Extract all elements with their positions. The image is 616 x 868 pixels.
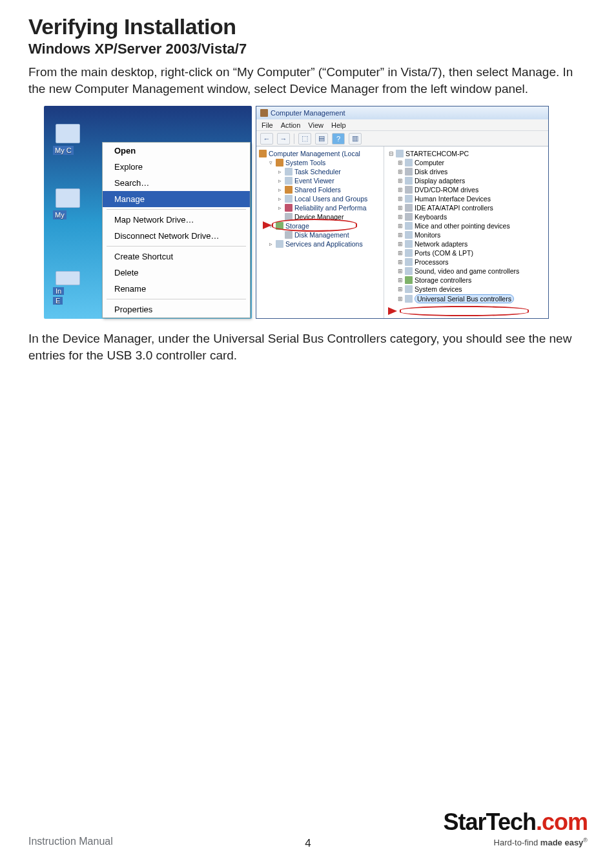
disk-icon [405,168,413,176]
computer-management-window: Computer Management File Action View Hel… [256,106,549,319]
device-monitors[interactable]: ⊞Monitors [388,230,546,239]
tree-local-users[interactable]: ▹Local Users and Groups [259,194,384,203]
ide-icon [405,204,413,212]
logo-registered-mark: ® [583,837,588,843]
device-mice[interactable]: ⊞Mice and other pointing devices [388,221,546,230]
ports-icon [405,249,413,257]
context-menu-delete[interactable]: Delete [103,265,250,281]
tree-event-viewer[interactable]: ▹Event Viewer [259,176,384,185]
storage-ctl-icon [405,276,413,284]
menu-bar: File Action View Help [256,119,548,131]
menu-help[interactable]: Help [331,121,346,129]
device-usb-controllers[interactable]: ⊞Universal Serial Bus controllers [388,294,546,304]
my-computer-label: My C [53,146,74,155]
context-menu-disconnect-drive[interactable]: Disconnect Network Drive… [103,228,250,244]
device-dvd-cd[interactable]: ⊞DVD/CD-ROM drives [388,185,546,194]
task-scheduler-icon [285,168,293,176]
device-ports[interactable]: ⊞Ports (COM & LPT) [388,248,546,257]
services-icon [276,240,283,248]
device-keyboards[interactable]: ⊞Keyboards [388,212,546,221]
my-network-places-icon[interactable] [56,188,80,208]
device-manager-highlight-arrow [263,221,272,229]
context-menu-search[interactable]: Search… [103,175,250,191]
event-viewer-icon [285,177,293,185]
device-display-adapters[interactable]: ⊞Display adapters [388,176,546,185]
mouse-icon [405,222,413,230]
toolbar-forward-button[interactable]: → [277,133,290,145]
processor-icon [405,258,413,266]
tree-task-scheduler[interactable]: ▹Task Scheduler [259,167,384,176]
toolbar-up-button[interactable]: ⬚ [298,133,311,145]
menu-view[interactable]: View [308,121,323,129]
logo-tagline-b: made easy [540,838,584,847]
device-hid[interactable]: ⊞Human Interface Devices [388,194,546,203]
toolbar-back-button[interactable]: ← [260,133,273,145]
logo-text-suffix: .com [536,809,588,835]
usb-controllers-highlight-circle [400,306,529,316]
context-menu-open[interactable]: Open [103,143,250,159]
device-ide[interactable]: ⊞IDE ATA/ATAPI controllers [388,203,546,212]
sound-icon [405,267,413,275]
device-tree-pane: ⊟STARTECHCOM-PC ⊞Computer ⊞Disk drives ⊞… [384,146,548,318]
tree-services[interactable]: ▹Services and Applications [259,239,384,248]
disk-management-icon [285,231,293,239]
internet-explorer-icon[interactable] [56,271,80,285]
navigation-tree-pane: Computer Management (Local ▿System Tools… [256,146,384,318]
menu-action[interactable]: Action [281,121,301,129]
context-menu-properties[interactable]: Properties [103,301,250,318]
tree-disk-management[interactable]: Disk Management [259,230,384,239]
device-computer[interactable]: ⊞Computer [388,158,546,167]
context-menu-rename[interactable]: Rename [103,281,250,297]
context-menu-manage[interactable]: Manage [103,191,250,207]
usb-icon [405,295,413,303]
context-menu-separator [107,209,246,210]
hid-icon [405,195,413,203]
computer-icon [396,150,404,157]
usb-controllers-highlight-arrow [388,307,397,315]
context-menu: Open Explore Search… Manage Map Network … [102,142,251,318]
reliability-icon [285,204,293,212]
device-system-devices[interactable]: ⊞System devices [388,285,546,294]
computer-management-icon [259,150,267,157]
intro-paragraph: From the main desktop, right-click on “M… [28,64,588,97]
context-menu-explore[interactable]: Explore [103,159,250,175]
toolbar: ← → ⬚ ▤ ? ▥ [256,131,548,146]
toolbar-help-button[interactable]: ? [332,133,345,145]
device-storage-controllers[interactable]: ⊞Storage controllers [388,276,546,285]
logo-tagline-a: Hard-to-find [494,838,540,847]
tree-shared-folders[interactable]: ▹Shared Folders [259,185,384,194]
tree-system-tools[interactable]: ▿System Tools [259,158,384,167]
device-disk-drives[interactable]: ⊞Disk drives [388,167,546,176]
my-computer-icon[interactable] [56,124,80,143]
tree-reliability[interactable]: ▹Reliability and Performa [259,203,384,212]
page-title: Verifying Installation [28,14,588,39]
my-network-places-label: My [53,210,67,219]
system-tools-icon [276,159,283,167]
context-menu-create-shortcut[interactable]: Create Shortcut [103,248,250,265]
context-menu-separator [107,246,246,247]
device-processors[interactable]: ⊞Processors [388,257,546,267]
toolbar-separator [294,134,294,144]
my-computer-context-menu-figure: My C My In E Open Explore Search… Manage… [44,106,252,319]
logo-text-main: StarTech [444,809,536,835]
system-dev-icon [405,285,413,293]
menu-file[interactable]: File [262,121,273,129]
device-root[interactable]: ⊟STARTECHCOM-PC [388,149,546,158]
ie-label-1: In [53,287,64,295]
context-menu-separator [107,299,246,299]
context-menu-map-drive[interactable]: Map Network Drive… [103,212,250,228]
toolbar-more-button[interactable]: ▥ [349,133,362,145]
window-title-text: Computer Management [271,109,345,117]
dvd-icon [405,186,413,194]
network-icon [405,240,413,248]
shared-folders-icon [285,186,293,194]
device-sound[interactable]: ⊞Sound, video and game controllers [388,267,546,276]
toolbar-properties-button[interactable]: ▤ [315,133,328,145]
startech-logo: StarTech.com Hard-to-find made easy® [444,809,588,847]
window-title-bar: Computer Management [256,106,548,119]
footer-label: Instruction Manual [28,836,113,847]
ie-label-2: E [53,297,63,305]
tree-root[interactable]: Computer Management (Local [259,149,384,158]
outro-paragraph: In the Device Manager, under the Univers… [28,330,588,363]
device-network[interactable]: ⊞Network adapters [388,239,546,248]
